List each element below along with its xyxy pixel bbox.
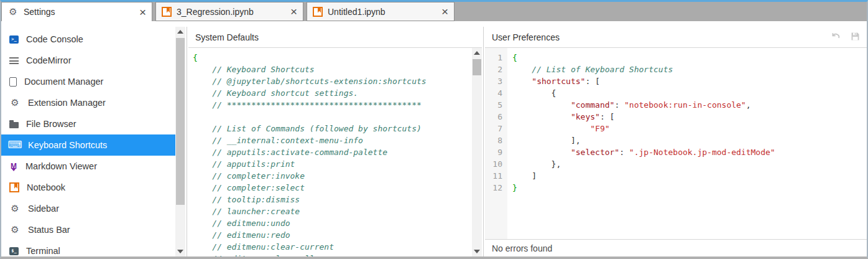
line-number: 6 (485, 111, 507, 123)
line-number: 4 (485, 87, 507, 99)
gear-icon (7, 7, 19, 17)
tab-untitled1-ipynb[interactable]: Untitled1.ipynb× (307, 2, 455, 21)
code-line: { (193, 52, 472, 64)
code-line: // completer:select (193, 182, 472, 194)
user-preferences-panel: User Preferences 123456789101112 { // Li… (485, 27, 867, 257)
line-number: 8 (485, 134, 507, 146)
tab-settings[interactable]: Settings× (1, 2, 152, 21)
scrollbar-thumb[interactable] (473, 59, 481, 75)
sidebar-item-label: Notebook (27, 182, 65, 192)
terminal-icon (9, 247, 19, 255)
line-number: 2 (485, 64, 507, 75)
status-message: No errors found (492, 243, 552, 253)
code-line: // editmenu:redo (193, 229, 472, 241)
sidebar-item-status-bar[interactable]: Status Bar (1, 219, 175, 240)
line-number: 10 (485, 158, 507, 170)
code-line: // *************************************… (193, 99, 472, 111)
code-line: // tooltip:dismiss (193, 194, 472, 205)
line-number: 5 (485, 99, 507, 111)
code-line: // List of Keyboard Shortcuts (512, 64, 867, 75)
gear-icon (9, 225, 21, 235)
codemirror-icon (9, 57, 19, 64)
sidebar-item-code-console[interactable]: Code Console (1, 29, 175, 50)
code-console-icon (9, 35, 19, 44)
scroll-up-icon[interactable] (472, 48, 482, 58)
code-line: // __internal:context-menu-info (193, 134, 472, 146)
code-line: // editmenu:clear-current (193, 241, 472, 253)
sidebar-item-codemirror[interactable]: CodeMirror (1, 50, 175, 71)
line-number: 9 (485, 146, 507, 158)
sidebar-item-label: Status Bar (28, 225, 70, 235)
sidebar-item-keyboard-shortcuts[interactable]: Keyboard Shortcuts (1, 134, 175, 156)
code-line (193, 111, 472, 123)
sidebar-item-label: Sidebar (28, 204, 59, 214)
panel-splitter[interactable] (187, 27, 187, 257)
code-line: // apputils:print (193, 158, 472, 170)
code-line: "command": "notebook:run-in-console", (512, 99, 867, 111)
scroll-up-icon[interactable] (175, 27, 185, 37)
code-line: } (512, 182, 867, 194)
sidebar-item-extension-manager[interactable]: Extension Manager (1, 92, 175, 113)
scroll-down-icon[interactable] (472, 247, 482, 257)
code-line: }, (512, 158, 867, 170)
line-number: 1 (485, 52, 507, 64)
code-line: // editmenu:undo (193, 217, 472, 229)
sidebar-item-markdown-viewer[interactable]: Markdown Viewer (1, 156, 175, 177)
gear-icon (9, 204, 21, 214)
user-preferences-title: User Preferences (492, 32, 560, 42)
code-line: { (512, 52, 867, 64)
close-icon[interactable]: × (139, 6, 146, 18)
user-preferences-editor[interactable]: { // List of Keyboard Shortcuts "shortcu… (512, 48, 867, 239)
scrollbar-thumb[interactable] (176, 38, 185, 205)
line-number: 11 (485, 170, 507, 182)
scroll-down-icon[interactable] (175, 247, 185, 257)
settings-sidebar: Code ConsoleCodeMirrorDocument ManagerEx… (1, 27, 185, 257)
code-line: "selector": ".jp-Notebook.jp-mod-editMod… (512, 146, 867, 158)
folder-icon (9, 122, 19, 128)
code-line: // Keyboard Shortcuts (193, 64, 472, 75)
code-line: "keys": [ (512, 111, 867, 123)
code-line: // launcher:create (193, 205, 472, 217)
sidebar-item-label: Document Manager (24, 77, 103, 87)
tab-bar-gap (1, 21, 867, 27)
system-defaults-editor[interactable]: { // Keyboard Shortcuts // @jupyterlab/s… (188, 48, 472, 257)
settings-window: Settings×3_Regression.ipynb×Untitled1.ip… (0, 0, 868, 259)
system-defaults-title: System Defaults (195, 32, 259, 42)
sidebar-item-label: CodeMirror (26, 55, 72, 65)
code-line: // completer:invoke (193, 170, 472, 182)
tab-label: 3_Regression.ipynb (177, 7, 285, 17)
code-line: // editmenu:clear-all (193, 253, 472, 257)
notebook-icon (313, 7, 323, 17)
code-line: // @jupyterlab/shortcuts-extension:short… (193, 75, 472, 87)
sidebar-item-label: File Browser (26, 119, 76, 129)
save-icon[interactable] (851, 32, 860, 43)
code-line: // List of Commands (followed by shortcu… (193, 123, 472, 134)
tab-3-regression-ipynb[interactable]: 3_Regression.ipynb× (155, 2, 303, 21)
system-defaults-panel: System Defaults { // Keyboard Shortcuts … (188, 27, 482, 257)
notebook-icon (162, 7, 172, 17)
markdown-icon (9, 161, 18, 171)
sidebar-item-notebook[interactable]: Notebook (1, 177, 175, 198)
undo-icon[interactable] (831, 32, 841, 43)
notebook-icon (9, 182, 19, 192)
document-icon (9, 77, 17, 87)
code-line: ], (512, 134, 867, 146)
sidebar-item-document-manager[interactable]: Document Manager (1, 71, 175, 92)
line-number: 3 (485, 75, 507, 87)
tab-label: Untitled1.ipynb (328, 7, 436, 17)
editor-scrollbar[interactable] (472, 48, 482, 257)
sidebar-item-terminal[interactable]: Terminal (1, 240, 175, 259)
tab-bar: Settings×3_Regression.ipynb×Untitled1.ip… (1, 2, 867, 21)
sidebar-item-sidebar[interactable]: Sidebar (1, 198, 175, 219)
sidebar-item-label: Extension Manager (28, 98, 106, 108)
sidebar-item-label: Terminal (26, 246, 60, 256)
line-number: 12 (485, 182, 507, 194)
sidebar-scrollbar[interactable] (175, 27, 185, 257)
close-icon[interactable]: × (441, 6, 448, 17)
close-icon[interactable]: × (290, 6, 297, 17)
sidebar-item-file-browser[interactable]: File Browser (1, 113, 175, 134)
panel-splitter[interactable] (483, 27, 484, 257)
code-line: "shortcuts": [ (512, 75, 867, 87)
code-line: // apputils:activate-command-palette (193, 146, 472, 158)
line-number: 7 (485, 123, 507, 134)
